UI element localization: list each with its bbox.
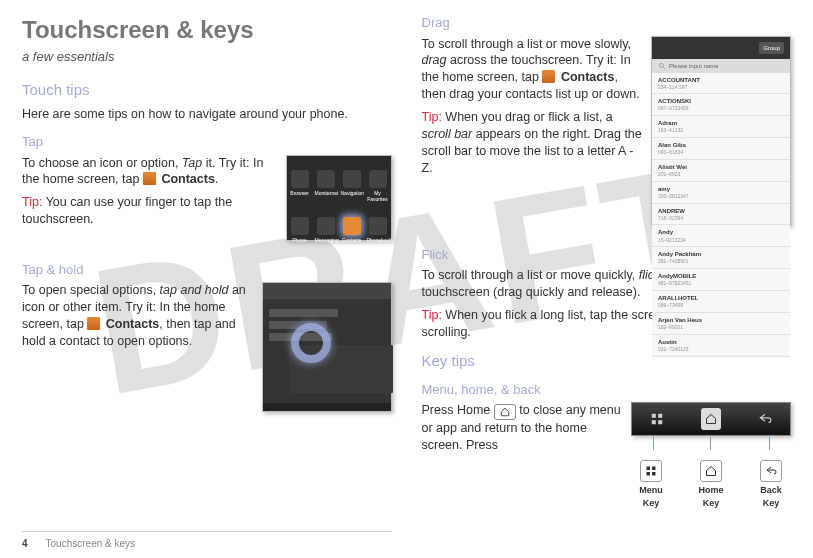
home-icon [705,413,717,425]
search-icon [658,62,666,70]
fig-label: Navigation [341,190,365,196]
svg-rect-9 [652,472,656,476]
footer-section: Touchscreen & keys [46,537,136,551]
fig-label: Phone [292,237,306,243]
list-item: Andy15–9213234 [652,225,790,247]
menu-icon [645,465,657,477]
group-button: Group [759,42,784,54]
fig-label: Messaging [315,237,339,243]
svg-rect-5 [658,421,662,425]
svg-rect-8 [647,472,651,476]
list-item: Alan Gibs093–81834 [652,138,790,160]
list-item: ACTIONSKI097–9723456 [652,94,790,116]
svg-point-0 [659,63,663,67]
svg-line-1 [663,67,665,69]
key-diagram: Menu Key Home Key Back Key [631,402,791,508]
home-icon [705,465,717,477]
list-item: ACCOUNTANT234–114 597 [652,73,790,95]
back-icon [765,465,777,477]
menu-icon [650,412,664,426]
svg-rect-4 [652,421,656,425]
fig-label: Montternet [315,190,339,196]
page-footer: 4 Touchscreen & keys [22,537,135,551]
fig-label: PhonebooK [367,237,393,243]
svg-rect-2 [652,414,656,418]
list-item: AndyMOBILE481–97823451 [652,269,790,291]
svg-rect-3 [658,414,662,418]
list-item: ANDREW718–32394 [652,204,790,226]
contacts-icon [87,317,100,330]
drag-heading: Drag [422,14,792,32]
list-item: Austin031–7240123 [652,335,790,357]
search-placeholder: Please input name [669,62,719,70]
svg-rect-6 [647,467,651,471]
list-item: amy200–3812347 [652,182,790,204]
touch-ring-icon [291,323,331,363]
right-column: Drag Group Please input name ACCOUNTANT2… [422,14,792,509]
list-item: Adram183–41232 [652,116,790,138]
page-number: 4 [22,537,28,551]
home-key-label: Home Key [691,460,731,508]
fig-label: My Favorites [367,190,388,203]
fig-label: Contacts [342,237,362,243]
menu-key-label: Menu Key [631,460,671,508]
tap-figure: Browser Montternet Navigation My Favorit… [286,155,392,241]
list-item: Arjen Van Heus182–99201 [652,313,790,335]
back-key-label: Back Key [751,460,791,508]
left-column: Touchscreen & keys a few essentials Touc… [22,14,392,509]
contacts-icon [542,70,555,83]
page-title: Touchscreen & keys [22,14,392,46]
list-item: Andy Packham281–7428901 [652,247,790,269]
list-item: Alistit Wei201–9923 [652,160,790,182]
drag-figure: Group Please input name ACCOUNTANT234–11… [651,36,791,226]
touch-tips-intro: Here are some tips on how to navigate ar… [22,106,392,123]
tap-heading: Tap [22,133,392,151]
touch-tips-heading: Touch tips [22,80,392,100]
back-icon [758,412,772,426]
page-subtitle: a few essentials [22,48,392,66]
list-item: ARALI.HOTEL086–73498 [652,291,790,313]
tap-hold-heading: Tap & hold [22,261,392,279]
contacts-icon [143,172,156,185]
menu-home-back-heading: Menu, home, & back [422,381,792,399]
hold-figure [262,282,392,412]
home-icon [494,404,516,420]
fig-label: Browser [290,190,308,196]
svg-rect-7 [652,467,656,471]
